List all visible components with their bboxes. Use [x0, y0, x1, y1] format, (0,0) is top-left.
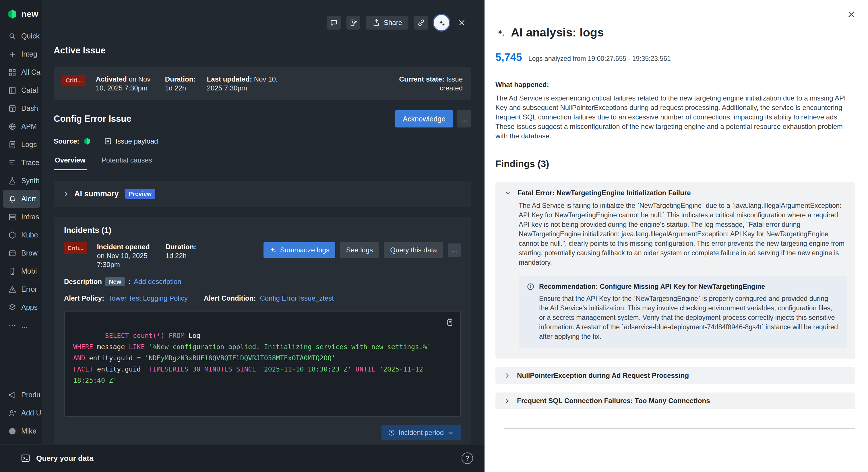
sidebar-item-synthetics[interactable]: Synth — [0, 172, 42, 190]
permalink-button[interactable] — [414, 16, 428, 30]
incident-more-button[interactable]: ... — [448, 243, 461, 257]
sidebar-item-alerts[interactable]: Alert — [3, 190, 40, 208]
incident-period-row: Incident period — [64, 425, 461, 440]
close-ai-panel-button[interactable] — [847, 10, 856, 19]
globe-icon — [8, 122, 17, 131]
add-description-link[interactable]: Add description — [134, 277, 181, 286]
query-your-data-bar[interactable]: Query your data ? — [0, 444, 485, 472]
newrelic-logo[interactable]: new — [0, 0, 42, 27]
sidebar-item-catalogs[interactable]: Catal — [0, 81, 42, 99]
sparkle-icon — [495, 28, 506, 38]
summarize-logs-button[interactable]: Summarize logs — [264, 242, 335, 258]
sidebar-item-logs[interactable]: Logs — [0, 136, 42, 154]
issue-title-row: Config Error Issue Acknowledge ... — [54, 110, 471, 127]
tab-potential-causes[interactable]: Potential causes — [100, 156, 153, 170]
comment-button[interactable] — [327, 16, 341, 30]
info-icon — [527, 283, 534, 291]
grid-icon — [8, 68, 17, 77]
finding-card-collapsed[interactable]: NullPointerException during Ad Request P… — [495, 367, 856, 384]
browser-icon — [8, 249, 17, 258]
ai-summary-section[interactable]: AI summary Preview — [54, 181, 471, 207]
sidebar-item-quick-find[interactable]: Quick — [0, 27, 42, 45]
recommendation-body: Ensure that the API Key for the `NewTarg… — [539, 294, 839, 342]
alert-policy-link[interactable]: Tower Test Logging Policy — [108, 294, 188, 302]
sidebar-item-integrations[interactable]: Integ — [0, 45, 42, 63]
recommendation-header: Recommendation: Configure Missing API Ke… — [527, 283, 839, 291]
link-icon — [417, 19, 425, 27]
sidebar-item-infrastructure[interactable]: Infras — [0, 208, 42, 226]
sidebar-item-traces[interactable]: Trace — [0, 154, 42, 172]
incident-opened-meta: Incident opened on Nov 10, 2025 7:30pm — [97, 242, 156, 269]
see-logs-button[interactable]: See logs — [340, 242, 379, 258]
alert-condition-link[interactable]: Config Error Issue_ztest — [260, 294, 334, 302]
finding-card-collapsed[interactable]: Frequent SQL Connection Failures: Too Ma… — [495, 392, 856, 409]
issue-more-button[interactable]: ... — [457, 110, 471, 127]
incident-duration-meta: Duration: 1d 22h — [166, 242, 197, 260]
sidebar: new Quick Integ All Ca Catal Dash APM Lo… — [0, 0, 42, 444]
sidebar-item-kubernetes[interactable]: Kube — [0, 226, 42, 244]
chevron-down-icon — [447, 429, 455, 436]
page-title: Active Issue — [54, 46, 471, 56]
sidebar-item-mobile[interactable]: Mobi — [0, 262, 42, 280]
ai-assistant-button[interactable] — [434, 15, 449, 30]
acknowledge-button[interactable]: Acknowledge — [395, 110, 453, 127]
help-icon[interactable]: ? — [462, 452, 473, 464]
new-badge: New — [105, 277, 125, 286]
sidebar-item-browser[interactable]: Brow — [0, 244, 42, 262]
ellipsis-icon — [8, 321, 17, 330]
finding-card-expanded: Fatal Error: NewTargetingEngine Initiali… — [495, 182, 856, 359]
logs-count-caption: Logs analyzed from 19:00:27.655 - 19:35:… — [528, 55, 671, 63]
issue-payload-link[interactable]: Issue payload — [104, 137, 158, 145]
sidebar-item-all-capabilities[interactable]: All Ca — [0, 63, 42, 81]
sidebar-item-user-profile[interactable]: Mike — [0, 422, 42, 440]
query-your-data-label: Query your data — [36, 454, 93, 463]
sidebar-item-apps[interactable]: Apps — [0, 298, 42, 316]
ai-panel-title: AI analysis: logs — [511, 26, 604, 39]
incidents-section: Incidents (1) Criti... Incident opened o… — [54, 217, 471, 444]
logo-text: new — [21, 9, 38, 19]
sidebar-item-dashboards[interactable]: Dash — [0, 99, 42, 117]
issue-name: Config Error Issue — [54, 114, 131, 124]
sidebar-nav: Quick Integ All Ca Catal Dash APM Logs T… — [0, 27, 42, 334]
chevron-right-icon — [503, 397, 511, 405]
copy-query-button[interactable] — [445, 318, 454, 326]
source-row: Source: Issue payload — [54, 137, 471, 145]
description-row: Description New : Add description — [64, 277, 461, 286]
recommendation-title: Recommendation: Configure Missing API Ke… — [539, 283, 765, 291]
finding-header[interactable]: Fatal Error: NewTargetingEngine Initiali… — [504, 189, 847, 197]
incident-period-dropdown[interactable]: Incident period — [381, 425, 461, 440]
finding-title: Frequent SQL Connection Failures: Too Ma… — [517, 397, 710, 405]
newrelic-source-icon[interactable] — [83, 137, 91, 145]
activated-meta: Activated on Nov 10, 2025 7:30pm — [96, 75, 155, 92]
flask-icon — [8, 177, 17, 185]
share-button[interactable]: Share — [366, 16, 408, 30]
bell-icon — [8, 195, 17, 203]
clock-icon — [388, 429, 395, 436]
nrql-query-block: SELECT count(*) FROM Log WHERE message L… — [64, 311, 461, 417]
query-console-icon — [21, 453, 30, 463]
chevron-right-icon — [62, 190, 70, 198]
tab-overview[interactable]: Overview — [54, 156, 87, 170]
recommendation-box: Recommendation: Configure Missing API Ke… — [519, 276, 847, 348]
what-happened-label: What happened: — [495, 81, 856, 89]
close-modal-button[interactable] — [455, 16, 469, 30]
issue-tabs: Overview Potential causes — [54, 156, 471, 170]
plus-icon — [8, 50, 17, 59]
modal-toolbar: Share — [327, 15, 469, 30]
query-this-data-button[interactable]: Query this data — [384, 242, 443, 258]
sidebar-item-errors[interactable]: Error — [0, 280, 42, 298]
notes-button[interactable] — [346, 16, 360, 30]
what-happened-text: The Ad Service is experiencing critical … — [495, 93, 856, 141]
sidebar-item-product-updates[interactable]: Produ — [0, 386, 42, 404]
ai-panel-header: AI analysis: logs — [495, 0, 856, 39]
incident-actions: Summarize logs See logs Query this data … — [264, 242, 461, 258]
comment-icon — [330, 19, 338, 27]
logs-icon — [8, 140, 17, 149]
add-user-icon — [8, 409, 17, 417]
sidebar-item-apm[interactable]: APM — [0, 117, 42, 136]
current-state-meta: Current state: Issue created — [395, 75, 463, 92]
sidebar-item-more[interactable]: ... — [0, 316, 42, 334]
note-edit-icon — [349, 19, 358, 27]
dashboard-icon — [8, 104, 17, 113]
sidebar-item-add-user[interactable]: Add U — [0, 404, 42, 422]
